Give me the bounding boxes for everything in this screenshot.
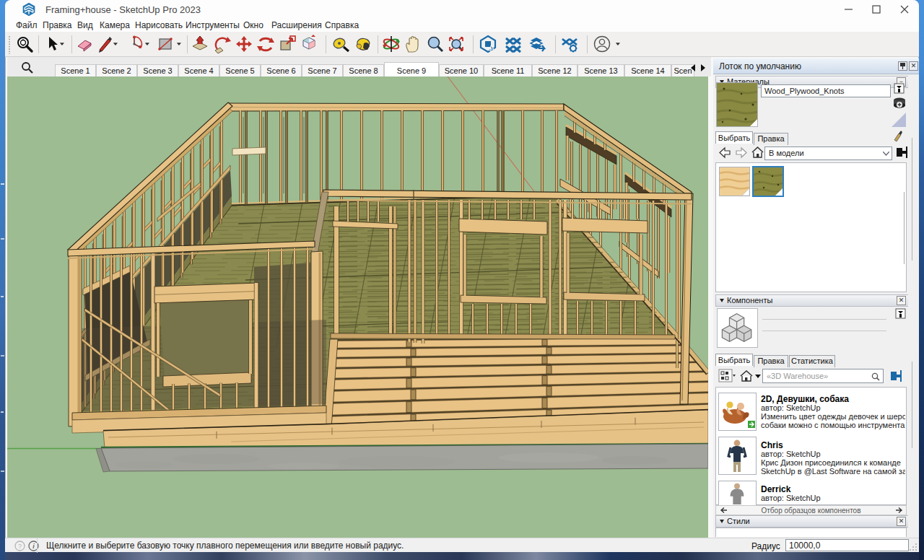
svg-text:?: ? (18, 543, 22, 550)
svg-text:i: i (32, 543, 35, 550)
